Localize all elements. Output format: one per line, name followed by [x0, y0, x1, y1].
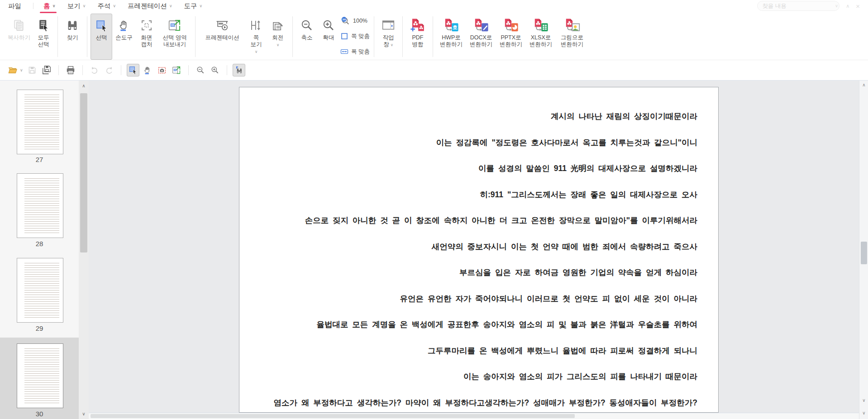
export-selection-toggle[interactable] — [170, 64, 183, 76]
export-selection-button[interactable]: 선택 영역 내보내기 — [157, 14, 192, 60]
menu-presentation[interactable]: 프레젠테이션∨ — [128, 2, 172, 10]
fit-width-button[interactable]: 폭 맞춤 — [340, 46, 370, 57]
page-thumbnail-27[interactable] — [17, 90, 63, 154]
select-tool-icon — [95, 16, 108, 34]
document-area: 계시의 나타난 재림의 상징이기때문이라 이는 정감록에 "정도령은 호사다마로… — [89, 81, 868, 419]
find-select-toggle[interactable] — [233, 64, 245, 76]
open-file-button[interactable] — [6, 64, 19, 76]
undo-button[interactable] — [88, 64, 101, 76]
zoom-in-button[interactable]: 확대 — [318, 14, 339, 60]
find-input[interactable] — [762, 3, 835, 9]
presentation-button[interactable]: 프레젠테이션 — [199, 14, 246, 60]
pdf-merge-button[interactable]: PDF 병합 — [406, 14, 429, 60]
ribbon-divider — [57, 16, 58, 57]
find-previous-button[interactable]: ∧ — [846, 3, 849, 9]
zoom-presets-group: 100 100% 쪽 맞춤 폭 맞춤 — [339, 14, 371, 60]
thumbnail-scrollbar[interactable]: ∧ ∨ — [79, 81, 89, 419]
menu-home[interactable]: 홈∨ — [43, 2, 56, 10]
hand-tool-toggle[interactable] — [141, 64, 154, 76]
print-button[interactable] — [64, 64, 77, 76]
zoom-out-icon — [196, 66, 205, 75]
chevron-down-icon: ∨ — [83, 4, 86, 8]
select-all-button[interactable]: 모두 선택 — [33, 14, 54, 60]
menu-annotation[interactable]: 주석∨ — [97, 2, 116, 10]
scrollbar-thumb[interactable] — [91, 414, 575, 418]
rotate-button[interactable]: 회전∨ — [267, 14, 289, 60]
menu-file[interactable]: 파일 — [8, 2, 21, 10]
document-line: 염소가 왜 부정하다고 생각하는가? 마약이 왜 부정하다고생각하는가? 성매매… — [248, 397, 697, 408]
convert-image-icon — [564, 16, 580, 34]
menu-view[interactable]: 보기∨ — [67, 2, 86, 10]
scroll-up-icon[interactable]: ∧ — [79, 83, 89, 88]
document-line: 부르심을 입은 자로 하여금 영원한 기업의 약속을 얻게 하심이라 — [248, 267, 697, 278]
scroll-down-icon[interactable]: ∨ — [79, 411, 89, 416]
scrollbar-thumb[interactable] — [861, 242, 867, 264]
fit-width-icon — [340, 48, 348, 56]
scroll-down-icon[interactable]: ∨ — [859, 398, 868, 403]
save-as-icon — [42, 65, 52, 75]
export-selection-icon — [167, 16, 182, 34]
screen-capture-button[interactable]: 화면 캡처 — [136, 14, 157, 60]
chevron-down-icon[interactable]: ∨ — [20, 68, 23, 72]
convert-docx-icon — [473, 16, 489, 34]
page-thumbnail-29[interactable] — [17, 258, 63, 323]
horizontal-scrollbar[interactable] — [89, 413, 859, 419]
zoom-100-button[interactable]: 100 100% — [340, 15, 370, 26]
binoculars-icon — [66, 16, 79, 34]
convert-pptx-button[interactable]: PPTX로 변환하기 — [496, 14, 526, 60]
document-line: 이는 송아지와 염소의 피가 그리스도의 피를 나타내기 때문이라 — [248, 371, 697, 382]
page-view-button[interactable]: 쪽 보기 ∨ — [246, 14, 267, 60]
select-tool-icon — [129, 66, 138, 75]
save-as-button[interactable] — [40, 64, 53, 76]
convert-docx-button[interactable]: DOCX로 변환하기 — [466, 14, 496, 60]
select-all-icon — [37, 16, 50, 34]
save-button[interactable] — [26, 64, 38, 76]
ribbon-divider — [87, 16, 87, 57]
toolbar-divider — [82, 65, 83, 75]
document-line: 이를 성경의 말씀인 911 光明의 대제사장으로 설명하겠니라 — [248, 163, 697, 174]
document-line: 율법대로 모든 계명을 온 백성에게 공표한후 송아지와 염소의 피 및 불과 … — [248, 319, 697, 330]
copy-button[interactable]: 복사하기 — [5, 14, 33, 60]
zoom-out-small-button[interactable] — [194, 64, 207, 76]
find-button[interactable]: 찾기 — [61, 14, 84, 60]
page-thumbnail-28[interactable] — [17, 173, 63, 238]
select-tool-button[interactable]: 선택 — [91, 14, 112, 60]
vertical-scrollbar[interactable]: ∧ ∨ ∨ — [859, 81, 868, 419]
select-tool-toggle[interactable] — [127, 64, 139, 76]
scrollbar-thumb[interactable] — [80, 93, 87, 252]
chevron-down-icon: ∨ — [391, 43, 393, 47]
svg-text:100: 100 — [342, 19, 346, 21]
toolbar-divider — [58, 65, 59, 75]
menu-bar: 파일 홈∨ 보기∨ 주석∨ 프레젠테이션∨ 도구∨ ∨ ∧ × — [0, 0, 868, 12]
hand-tool-button[interactable]: 손도구 — [112, 14, 136, 60]
zoom-in-small-button[interactable] — [209, 64, 221, 76]
undo-icon — [90, 66, 99, 75]
document-line: 유언은 유언한 자가 죽어야되나니 이러므로 첫 언약도 피 없이 세운 것이 … — [248, 293, 697, 304]
convert-hwp-button[interactable]: 호 HWP로 변환하기 — [436, 14, 466, 60]
page-number-label: 27 — [0, 156, 79, 163]
page-view-icon — [249, 16, 263, 34]
chevron-down-icon: ∨ — [200, 4, 203, 8]
redo-button[interactable] — [103, 64, 115, 76]
save-icon — [28, 66, 37, 75]
screen-capture-toggle[interactable] — [156, 64, 168, 76]
scroll-up-icon[interactable]: ∧ — [859, 82, 868, 87]
convert-image-button[interactable]: 그림으로 변환하기 — [556, 14, 588, 60]
menu-tools[interactable]: 도구∨ — [184, 2, 203, 10]
copy-icon — [12, 16, 26, 34]
scroll-down-icon[interactable]: ∨ — [859, 410, 868, 415]
work-pane-button[interactable]: 작업 창 ∨ — [377, 14, 399, 60]
zoom-out-button[interactable]: 축소 — [296, 14, 318, 60]
zoom-in-icon — [210, 66, 219, 75]
convert-xlsx-button[interactable]: XLSX로 변환하기 — [526, 14, 556, 60]
find-close-button[interactable]: × — [856, 2, 860, 10]
page-thumbnail-30[interactable] — [17, 343, 63, 408]
document-page[interactable]: 계시의 나타난 재림의 상징이기때문이라 이는 정감록에 "정도령은 호사다마로… — [239, 87, 719, 413]
find-input-box[interactable]: ∨ — [757, 1, 839, 11]
screen-capture-icon — [140, 16, 153, 34]
work-pane-icon — [381, 16, 396, 34]
chevron-down-icon: ∨ — [255, 49, 258, 54]
fit-page-button[interactable]: 쪽 맞춤 — [340, 31, 370, 42]
chevron-down-icon[interactable]: ∨ — [835, 4, 838, 8]
quick-access-toolbar: ∨ — [0, 60, 868, 81]
